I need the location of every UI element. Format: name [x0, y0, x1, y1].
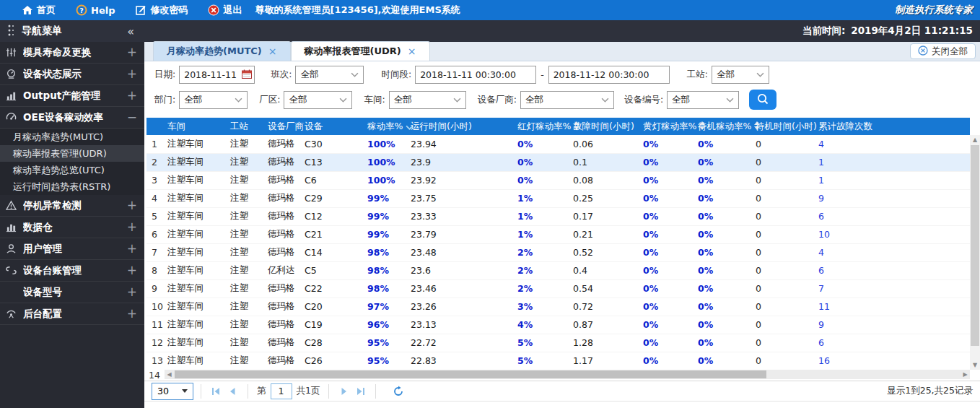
table-cell[interactable]: 99%	[364, 189, 408, 207]
table-cell[interactable]: 0%	[640, 261, 695, 279]
table-cell[interactable]: C14	[302, 243, 364, 261]
table-cell[interactable]: 0%	[695, 171, 753, 189]
sidebar-item[interactable]: OEE设备稼动效率−	[0, 107, 144, 129]
table-cell[interactable]: 0	[753, 135, 815, 153]
table-cell[interactable]: 23.6	[408, 261, 515, 279]
table-cell[interactable]: 0	[753, 352, 815, 370]
department-select[interactable]: 全部	[179, 91, 248, 109]
table-cell[interactable]: 8	[146, 261, 165, 279]
page-size-select[interactable]: 30	[152, 383, 193, 400]
table-cell[interactable]: C26	[302, 352, 364, 370]
last-page-button[interactable]	[352, 383, 368, 399]
first-page-button[interactable]	[209, 383, 224, 399]
table-cell[interactable]: C30	[302, 135, 364, 153]
table-cell[interactable]: 2%	[515, 279, 570, 298]
column-header[interactable]: 工站	[227, 118, 265, 135]
table-cell[interactable]: 5%	[515, 352, 570, 370]
table-cell[interactable]: 注塑车间	[165, 153, 227, 171]
table-cell[interactable]: 7	[146, 243, 165, 261]
table-cell[interactable]: 0%	[695, 207, 753, 225]
factory-select[interactable]: 全部	[284, 91, 352, 109]
table-row[interactable]: 12注塑车间注塑德玛格C2895%22.725%1.280%0%06	[146, 334, 970, 352]
table-cell[interactable]: 德玛格	[265, 298, 302, 316]
column-header[interactable]: 待机时间(小时)	[753, 118, 815, 135]
table-cell[interactable]: 100%	[364, 171, 408, 189]
scroll-up-arrow-icon[interactable]: ▲	[970, 135, 980, 144]
table-cell[interactable]: 0%	[640, 243, 695, 261]
table-cell[interactable]: 4%	[515, 316, 570, 334]
table-cell[interactable]: 0%	[640, 352, 695, 370]
table-cell[interactable]: 注塑	[227, 135, 265, 153]
table-cell[interactable]: 95%	[364, 334, 408, 352]
table-cell[interactable]: 6	[815, 334, 970, 352]
table-cell[interactable]: 德玛格	[265, 189, 302, 207]
table-cell[interactable]: 注塑车间	[165, 135, 227, 153]
table-row[interactable]: 5注塑车间注塑德玛格C1299%23.331%0.170%0%06	[146, 207, 970, 225]
table-cell[interactable]: 23.33	[408, 207, 515, 225]
column-header[interactable]: 待机稼动率%	[695, 118, 753, 135]
table-cell[interactable]: C12	[302, 207, 364, 225]
time-from-input[interactable]	[415, 66, 536, 84]
table-cell[interactable]: 23.46	[408, 279, 515, 298]
table-cell[interactable]: 注塑	[227, 207, 265, 225]
table-row[interactable]: 11注塑车间注塑德玛格C1996%23.134%0.870%0%09	[146, 316, 970, 334]
table-cell[interactable]: 注塑车间	[165, 316, 227, 334]
table-cell[interactable]: 0%	[695, 279, 753, 298]
table-cell[interactable]: 10	[815, 225, 970, 243]
refresh-button[interactable]	[390, 383, 406, 399]
column-header[interactable]: 设备厂商	[265, 118, 302, 135]
table-cell[interactable]: 0	[753, 207, 815, 225]
table-cell[interactable]: 注塑车间	[165, 352, 227, 370]
menu-home[interactable]: 首页	[0, 0, 66, 20]
table-cell[interactable]: 注塑	[227, 189, 265, 207]
table-cell[interactable]: C5	[302, 261, 364, 279]
sidebar-item[interactable]: 设备状态展示+	[0, 64, 144, 85]
table-cell[interactable]: 0	[753, 171, 815, 189]
search-button[interactable]	[749, 90, 776, 110]
table-cell[interactable]: 德玛格	[265, 243, 302, 261]
table-cell[interactable]: 9	[815, 316, 970, 334]
table-cell[interactable]: 3%	[515, 298, 570, 316]
table-cell[interactable]: 0.54	[570, 279, 640, 298]
table-cell[interactable]: 99%	[364, 225, 408, 243]
table-cell[interactable]: 6	[815, 261, 970, 279]
table-cell[interactable]: 0%	[640, 316, 695, 334]
table-cell[interactable]: 4	[815, 243, 970, 261]
sidebar-item[interactable]: 设备型号+	[0, 282, 144, 303]
table-cell[interactable]: 3	[146, 171, 165, 189]
expand-toggle-icon[interactable]: +	[127, 221, 137, 233]
table-cell[interactable]: 注塑车间	[165, 261, 227, 279]
table-cell[interactable]: 0.06	[570, 135, 640, 153]
workshop-select[interactable]: 全部	[389, 91, 466, 109]
table-cell[interactable]: C13	[302, 153, 364, 171]
table-cell[interactable]: 0.21	[570, 225, 640, 243]
table-cell[interactable]: 德玛格	[265, 153, 302, 171]
table-row[interactable]: 10注塑车间注塑德玛格C2097%23.263%0.720%0%011	[146, 298, 970, 316]
scroll-down-arrow-icon[interactable]: ▼	[970, 360, 980, 370]
table-cell[interactable]: 22.72	[408, 334, 515, 352]
table-cell[interactable]: 5	[146, 207, 165, 225]
expand-toggle-icon[interactable]: +	[127, 286, 137, 298]
table-cell[interactable]: 德玛格	[265, 316, 302, 334]
table-cell[interactable]: 注塑	[227, 279, 265, 298]
table-cell[interactable]: 6	[815, 207, 970, 225]
table-cell[interactable]: 0.1	[570, 153, 640, 171]
expand-toggle-icon[interactable]: +	[127, 68, 137, 80]
table-cell[interactable]: C21	[302, 225, 364, 243]
table-cell[interactable]: 22.83	[408, 352, 515, 370]
table-cell[interactable]: 德玛格	[265, 352, 302, 370]
table-cell[interactable]: 1	[146, 135, 165, 153]
table-cell[interactable]: 98%	[364, 279, 408, 298]
table-cell[interactable]: 注塑	[227, 298, 265, 316]
table-cell[interactable]: 0%	[515, 153, 570, 171]
tab-udr[interactable]: 稼动率报表管理(UDR) ×	[291, 41, 430, 61]
table-cell[interactable]: 4	[815, 135, 970, 153]
table-cell[interactable]: 12	[146, 334, 165, 352]
column-header[interactable]: 车间	[165, 118, 227, 135]
table-cell[interactable]: 0%	[695, 316, 753, 334]
table-cell[interactable]: 德玛格	[265, 225, 302, 243]
table-cell[interactable]: 11	[146, 316, 165, 334]
prev-page-button[interactable]	[224, 383, 240, 399]
sidebar-item[interactable]: 数据仓+	[0, 217, 144, 238]
table-cell[interactable]: 德玛格	[265, 171, 302, 189]
